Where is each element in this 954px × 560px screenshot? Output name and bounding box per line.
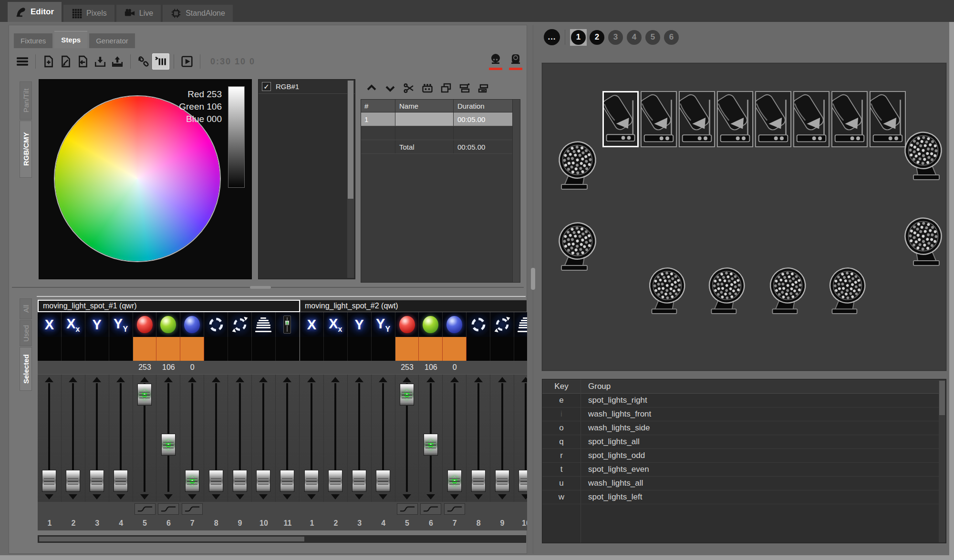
channel-value-block[interactable] <box>372 337 395 361</box>
channel-icon-cell[interactable] <box>419 312 443 337</box>
fader-thumb[interactable] <box>352 470 366 492</box>
step-row[interactable]: 1 00:05.00 <box>361 112 512 126</box>
unlink-button[interactable] <box>135 53 152 70</box>
fader-thumb[interactable] <box>424 434 438 456</box>
blackout-spot-button[interactable] <box>488 53 503 70</box>
horizontal-splitter[interactable] <box>9 285 527 289</box>
fader-thumb[interactable] <box>471 470 486 492</box>
fader-thumb[interactable] <box>42 470 56 492</box>
stage-spot-fixture[interactable] <box>679 91 715 147</box>
fader-down-arrow[interactable] <box>403 494 411 499</box>
stage-page-button-3[interactable]: 3 <box>607 29 624 46</box>
group-row[interactable]: i wash_lights_front <box>542 407 939 421</box>
channel-fader[interactable] <box>276 375 300 502</box>
splitter-grip[interactable] <box>250 286 271 289</box>
channel-fader[interactable] <box>133 375 157 502</box>
step-copy-button[interactable] <box>438 81 454 95</box>
stage-wash-fixture[interactable] <box>705 264 753 316</box>
tab-channels-all[interactable]: All <box>20 298 32 319</box>
fader-thumb[interactable] <box>495 470 509 492</box>
group-table-scrollbar[interactable] <box>939 380 945 542</box>
step-move-up-button[interactable] <box>363 81 380 95</box>
stage-page-button-4[interactable]: 4 <box>626 29 643 46</box>
stage-wash-fixture[interactable] <box>766 264 814 316</box>
fader-up-arrow[interactable] <box>426 377 435 382</box>
channel-value-block[interactable] <box>85 337 109 361</box>
channel-icon-cell[interactable]: Y <box>85 312 109 337</box>
channel-fader[interactable] <box>180 375 204 502</box>
group-row[interactable]: w spot_lights_left <box>542 490 939 504</box>
tab-generator[interactable]: Generator <box>89 33 135 48</box>
group-row[interactable]: e spot_lights_right <box>542 394 939 407</box>
fader-thumb[interactable] <box>66 470 80 492</box>
fader-up-arrow[interactable] <box>450 377 459 382</box>
stage-page-button-2[interactable]: 2 <box>589 29 605 46</box>
channel-value-block[interactable] <box>419 337 443 361</box>
stage-spot-fixture[interactable] <box>641 91 677 147</box>
channel-fader[interactable] <box>228 375 252 502</box>
fader-down-arrow[interactable] <box>379 494 387 499</box>
channel-icon-cell[interactable]: Xx <box>324 312 348 337</box>
channel-value-block[interactable] <box>252 337 276 361</box>
channel-value-block[interactable] <box>109 337 133 361</box>
fader-down-arrow[interactable] <box>69 494 77 499</box>
fader-thumb[interactable] <box>280 470 294 492</box>
channel-icon-cell[interactable] <box>180 312 204 337</box>
channel-icon-cell[interactable]: Y <box>348 312 372 337</box>
fader-thumb[interactable] <box>328 470 342 492</box>
stage-spot-fixture[interactable] <box>717 91 753 147</box>
stage-page-button-6[interactable]: 6 <box>663 29 680 46</box>
fixture-title[interactable]: moving_light_spot_#2 (qwt) <box>300 300 527 312</box>
channel-icon-cell[interactable]: X <box>300 312 324 337</box>
stage-wash-fixture[interactable] <box>896 214 946 267</box>
fader-thumb[interactable] <box>256 470 270 492</box>
group-row[interactable]: r spot_lights_odd <box>542 449 939 463</box>
fader-down-arrow[interactable] <box>474 494 483 499</box>
channel-icon-cell[interactable]: YY <box>109 312 133 337</box>
channel-fader[interactable] <box>490 375 514 502</box>
channel-value-block[interactable] <box>62 337 85 361</box>
tab-pixels[interactable]: Pixels <box>63 5 114 22</box>
fader-thumb[interactable] <box>161 434 176 456</box>
stage-wash-fixture[interactable] <box>826 264 873 316</box>
channel-curve-cell[interactable] <box>133 502 157 516</box>
fade-curve-icon[interactable] <box>135 503 156 515</box>
channel-icon-cell[interactable]: Xx <box>62 312 85 337</box>
channel-icon-cell[interactable]: X <box>38 312 62 337</box>
scene-checkbox[interactable]: ✓ <box>262 82 271 91</box>
rename-scene-button[interactable] <box>57 53 74 70</box>
channel-value-block[interactable] <box>276 337 300 361</box>
tab-rgb-cmy[interactable]: RGB/CMY <box>20 121 32 178</box>
fader-down-arrow[interactable] <box>236 494 244 499</box>
fader-up-arrow[interactable] <box>474 377 483 382</box>
channel-value-block[interactable] <box>324 337 348 361</box>
fader-up-arrow[interactable] <box>379 377 387 382</box>
channel-fader[interactable] <box>467 375 490 502</box>
group-row[interactable]: q spot_lights_all <box>542 435 939 449</box>
channel-icon-cell[interactable] <box>467 312 490 337</box>
fader-down-arrow[interactable] <box>45 494 53 499</box>
channel-value-block[interactable] <box>514 337 527 361</box>
fader-thumb[interactable] <box>185 470 199 492</box>
fader-up-arrow[interactable] <box>283 377 291 382</box>
channel-fader[interactable] <box>324 375 348 502</box>
channel-fader[interactable] <box>395 375 419 502</box>
channel-value-block[interactable] <box>133 337 157 361</box>
fader-up-arrow[interactable] <box>188 377 197 382</box>
fader-down-arrow[interactable] <box>188 494 197 499</box>
fader-up-arrow[interactable] <box>164 377 173 382</box>
channel-fader[interactable] <box>38 375 62 502</box>
channel-fader[interactable] <box>514 375 527 502</box>
mixer-horizontal-scrollbar[interactable] <box>38 535 526 543</box>
channel-icon-cell[interactable] <box>252 312 276 337</box>
fader-down-arrow[interactable] <box>355 494 363 499</box>
menu-button[interactable] <box>14 53 31 70</box>
fader-down-arrow[interactable] <box>331 494 340 499</box>
fade-curve-icon[interactable] <box>420 503 441 515</box>
stage-wash-fixture[interactable] <box>645 264 693 316</box>
step-move-down-button[interactable] <box>382 81 398 95</box>
stage-spot-fixture[interactable] <box>831 91 868 147</box>
channel-icon-cell[interactable] <box>204 312 228 337</box>
step-paste-after-button[interactable] <box>475 81 491 95</box>
channel-fader[interactable] <box>252 375 276 502</box>
